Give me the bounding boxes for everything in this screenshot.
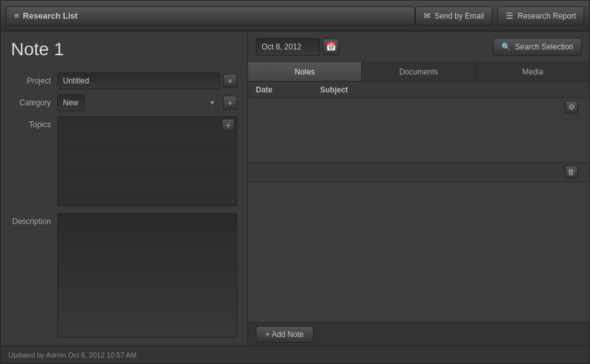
table-header: Date Subject	[248, 82, 589, 98]
top-bar-right: ✉ Send by Email ☰ Research Report	[415, 6, 584, 26]
category-select[interactable]: New	[57, 94, 85, 111]
calendar-icon: 📅	[326, 42, 336, 51]
tab-media[interactable]: Media	[476, 62, 589, 81]
research-list-button[interactable]: ≡ Research List	[6, 6, 415, 26]
topics-box: +	[57, 116, 237, 208]
category-label: Category	[11, 98, 57, 107]
note-section-middle: 🗑	[248, 162, 589, 182]
note-delete-button[interactable]: 🗑	[565, 166, 578, 178]
left-panel: Note 1 Project + Category New	[1, 31, 248, 345]
list-icon: ≡	[14, 11, 19, 21]
date-column-header: Date	[248, 85, 312, 94]
add-note-bar: + Add Note	[248, 322, 589, 345]
search-icon: 🔍	[501, 42, 511, 51]
subject-column-header: Subject	[312, 85, 579, 94]
category-row: Category New +	[11, 94, 237, 111]
project-input-wrap: +	[57, 73, 237, 89]
note-section-top: ⚙	[248, 98, 589, 162]
tab-documents[interactable]: Documents	[362, 62, 476, 81]
note-title: Note 1	[11, 39, 237, 60]
status-bar: Updated by Admin Oct 8, 2012 10:57 AM	[1, 345, 589, 363]
project-input[interactable]	[57, 73, 220, 89]
tabs-bar: Notes Documents Media	[248, 62, 589, 82]
research-list-label: Research List	[23, 11, 78, 21]
send-by-email-button[interactable]: ✉ Send by Email	[415, 6, 492, 26]
research-report-button[interactable]: ☰ Research Report	[497, 6, 584, 26]
project-label: Project	[11, 76, 57, 85]
status-text: Updated by Admin Oct 8, 2012 10:57 AM	[8, 351, 136, 359]
top-bar-left: ≡ Research List	[6, 6, 415, 26]
table-body[interactable]: ⚙ 🗑	[248, 98, 589, 322]
topics-textarea[interactable]	[57, 116, 237, 206]
app-frame: ≡ Research List ✉ Send by Email ☰ Resear…	[0, 0, 590, 364]
tab-documents-label: Documents	[399, 67, 438, 76]
topics-add-button[interactable]: +	[222, 119, 235, 132]
description-label: Description	[11, 213, 57, 338]
note-section-1: ⚙ 🗑	[248, 98, 589, 182]
topics-area: Topics +	[11, 116, 237, 208]
note-section-bottom	[248, 182, 589, 259]
topics-label: Topics	[11, 116, 57, 208]
add-note-label: + Add Note	[265, 330, 304, 339]
date-input[interactable]	[256, 38, 320, 56]
tab-media-label: Media	[522, 67, 543, 76]
search-selection-button[interactable]: 🔍 Search Selection	[493, 38, 582, 56]
project-row: Project +	[11, 73, 237, 89]
tab-notes[interactable]: Notes	[248, 62, 362, 81]
description-area: Description	[11, 213, 237, 338]
main-content: Note 1 Project + Category New	[1, 31, 589, 345]
add-note-button[interactable]: + Add Note	[256, 326, 314, 343]
note-action-button[interactable]: ⚙	[565, 101, 578, 114]
right-panel: 📅 🔍 Search Selection Notes Documents Med…	[248, 31, 589, 345]
email-icon: ✉	[424, 11, 431, 21]
research-report-label: Research Report	[517, 12, 576, 21]
calendar-button[interactable]: 📅	[323, 39, 339, 55]
search-selection-label: Search Selection	[515, 42, 573, 51]
project-add-button[interactable]: +	[223, 74, 237, 88]
date-input-wrap: 📅	[256, 38, 339, 56]
send-by-email-label: Send by Email	[434, 12, 484, 21]
category-input-wrap: New +	[57, 94, 237, 111]
top-bar: ≡ Research List ✉ Send by Email ☰ Resear…	[1, 1, 589, 31]
category-add-button[interactable]: +	[223, 96, 237, 110]
category-select-wrap: New	[57, 94, 220, 111]
report-icon: ☰	[506, 11, 514, 21]
description-textarea[interactable]	[57, 213, 237, 338]
tab-notes-label: Notes	[294, 67, 314, 76]
right-top-bar: 📅 🔍 Search Selection	[248, 31, 589, 62]
